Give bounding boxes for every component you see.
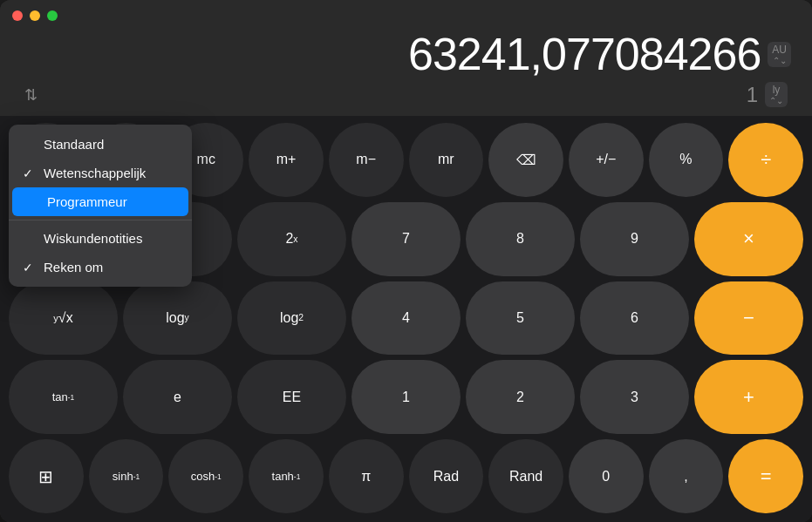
menu-label-programmer: Programmeur [47,194,127,209]
nth-root-button[interactable]: y√x [9,281,118,356]
secondary-value: 1 [747,83,758,107]
calculator-window: 63241,077084266 AU ⌃⌄ ⇅ 1 ly ⌃⌄ ( ) mc m… [0,0,812,522]
menu-label-convert: Reken om [44,260,103,275]
menu-label-math: Wiskundenotities [44,231,142,246]
mr-button[interactable]: mr [409,123,484,197]
display-area: 63241,077084266 AU ⌃⌄ ⇅ 1 ly ⌃⌄ [0,28,812,116]
unit-label-main: AU [772,44,787,56]
check-convert: ✓ [23,261,37,275]
tan-inv-button[interactable]: tan-1 [9,360,118,434]
sinh-inv-button[interactable]: sinh-1 [89,439,164,513]
check-programmer [26,195,40,209]
unit-selector-main[interactable]: AU ⌃⌄ [768,42,791,67]
ee-button[interactable]: EE [237,360,346,434]
minimize-button[interactable] [30,10,40,21]
three-button[interactable]: 3 [580,360,689,434]
check-scientific: ✓ [23,166,37,180]
menu-label-scientific: Wetenschappelijk [44,166,146,180]
comma-button[interactable]: , [649,439,724,513]
maximize-button[interactable] [47,10,58,21]
four-button[interactable]: 4 [351,281,461,356]
logy-button[interactable]: logy [123,281,232,356]
button-row-3: y√x logy log2 4 5 6 − [9,281,803,356]
unit-selector-secondary[interactable]: ly ⌃⌄ [765,82,788,107]
rad-button[interactable]: Rad [409,439,484,513]
menu-item-scientific[interactable]: ✓ Wetenschappelijk [9,159,192,187]
one-button[interactable]: 1 [351,360,461,434]
rand-button[interactable]: Rand [488,439,563,513]
five-button[interactable]: 5 [466,281,575,356]
tanh-inv-button[interactable]: tanh-1 [249,439,324,513]
secondary-display: 1 ly ⌃⌄ [747,82,788,107]
unit-label-secondary: ly [773,84,781,96]
calculator-body: ( ) mc m+ m− mr ⌫ +/− % ÷ xy yx 2x 7 8 9… [0,116,812,522]
secondary-row: ⇅ 1 ly ⌃⌄ [17,80,795,112]
view-dropdown-menu: Standaard ✓ Wetenschappelijk Programmeur… [9,125,192,287]
percent-button[interactable]: % [649,123,724,197]
2x-button[interactable]: 2x [237,202,346,276]
multiply-button[interactable]: × [694,202,803,276]
six-button[interactable]: 6 [580,281,689,356]
e-button[interactable]: e [123,360,232,434]
divide-button[interactable]: ÷ [728,123,803,197]
check-standard [23,138,37,152]
seven-button[interactable]: 7 [351,202,461,276]
dropdown-separator [9,220,192,220]
nine-button[interactable]: 9 [580,202,689,276]
equals-button[interactable]: = [728,439,803,513]
menu-item-convert[interactable]: ✓ Reken om [9,253,192,281]
menu-item-programmer[interactable]: Programmeur [12,187,188,216]
traffic-lights [12,10,58,21]
title-bar [0,0,812,28]
m-minus-button[interactable]: m− [329,123,404,197]
pi-button[interactable]: π [329,439,404,513]
zero-button[interactable]: 0 [569,439,644,513]
cosh-inv-button[interactable]: cosh-1 [168,439,243,513]
backspace-button[interactable]: ⌫ [488,123,563,197]
plus-minus-button[interactable]: +/− [569,123,644,197]
log2-button[interactable]: log2 [237,281,346,356]
menu-label-standard: Standaard [44,137,104,152]
main-value: 63241,077084266 [21,28,761,80]
unit-arrows-secondary: ⌃⌄ [769,96,783,105]
sort-icon[interactable]: ⇅ [24,85,38,105]
add-button[interactable]: + [694,360,803,434]
m-plus-button[interactable]: m+ [249,123,324,197]
eight-button[interactable]: 8 [466,202,575,276]
button-row-5: ⊞ sinh-1 cosh-1 tanh-1 π Rad Rand 0 , = [9,439,803,513]
close-button[interactable] [12,10,23,21]
menu-item-math[interactable]: Wiskundenotities [9,224,192,253]
main-display: 63241,077084266 AU ⌃⌄ [17,28,795,80]
unit-arrows-main: ⌃⌄ [773,56,787,65]
check-math [23,232,37,246]
button-row-4: tan-1 e EE 1 2 3 + [9,360,803,434]
two-button[interactable]: 2 [466,360,575,434]
calculator-icon-button[interactable]: ⊞ [9,439,84,513]
subtract-button[interactable]: − [694,281,803,356]
menu-item-standard[interactable]: Standaard [9,130,192,159]
